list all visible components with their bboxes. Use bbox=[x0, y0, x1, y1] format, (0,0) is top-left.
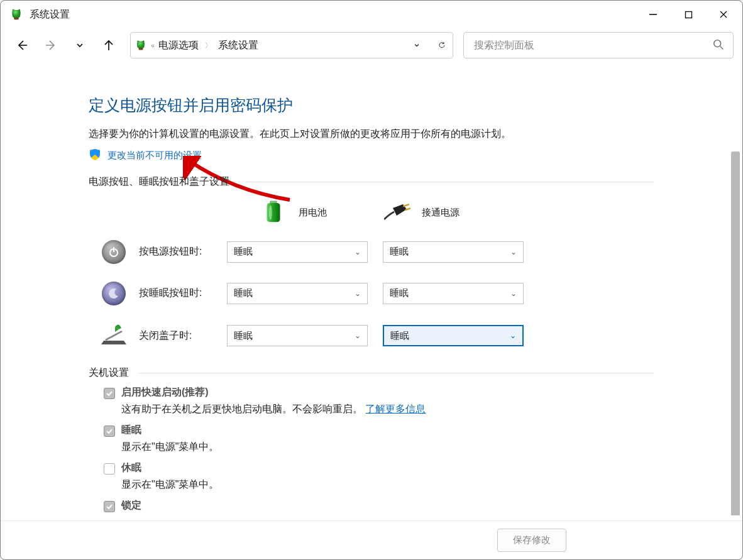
row-close-lid: 关闭盖子时: 睡眠 ⌄ 睡眠 ⌄ bbox=[89, 323, 654, 349]
select-sleep-battery[interactable]: 睡眠 ⌄ bbox=[227, 283, 368, 304]
search-icon[interactable] bbox=[713, 39, 724, 52]
select-value: 睡眠 bbox=[390, 287, 409, 299]
power-columns-header: 用电池 接通电源 bbox=[89, 200, 654, 226]
laptop-lid-icon bbox=[100, 323, 128, 349]
search-input[interactable] bbox=[473, 39, 713, 52]
navbar: « 电源选项 〉 系统设置 bbox=[1, 28, 742, 62]
select-power-plugged[interactable]: 睡眠 ⌄ bbox=[383, 241, 524, 263]
checkbox-hibernate[interactable] bbox=[104, 463, 115, 475]
power-icon bbox=[102, 240, 126, 264]
page-heading: 定义电源按钮并启用密码保护 bbox=[89, 95, 654, 116]
select-value: 睡眠 bbox=[234, 246, 253, 258]
svg-point-13 bbox=[269, 205, 272, 219]
row-sleep-button-label: 按睡眠按钮时: bbox=[139, 287, 227, 300]
breadcrumb-parent[interactable]: 电源选项 bbox=[158, 39, 199, 52]
address-bar-icon bbox=[135, 39, 147, 52]
chevron-down-icon: ⌄ bbox=[355, 331, 361, 340]
row-close-lid-label: 关闭盖子时: bbox=[139, 329, 227, 343]
plug-icon bbox=[384, 202, 410, 224]
hibernate-desc: 显示在"电源"菜单中。 bbox=[121, 478, 654, 491]
select-value: 睡眠 bbox=[234, 287, 253, 299]
svg-rect-11 bbox=[270, 200, 277, 203]
svg-rect-0 bbox=[14, 18, 18, 20]
select-value: 睡眠 bbox=[390, 246, 409, 258]
select-lid-battery[interactable]: 睡眠 ⌄ bbox=[227, 325, 368, 346]
admin-link-row: 更改当前不可用的设置 bbox=[89, 148, 654, 163]
section-shutdown-label: 关机设置 bbox=[89, 366, 654, 380]
svg-line-10 bbox=[720, 46, 724, 49]
moon-icon bbox=[102, 282, 126, 305]
chevron-down-icon: ⌄ bbox=[355, 248, 361, 256]
breadcrumb-ellipsis[interactable]: « bbox=[151, 41, 155, 49]
checkbox-fast-startup-row: 启用快速启动(推荐) bbox=[104, 386, 654, 399]
chevron-down-icon: ⌄ bbox=[355, 289, 361, 298]
checkbox-hibernate-row: 休眠 bbox=[104, 461, 654, 475]
chevron-down-icon: ⌄ bbox=[510, 289, 517, 298]
checkbox-lock-row: 锁定 bbox=[104, 499, 654, 512]
breadcrumb-current[interactable]: 系统设置 bbox=[218, 39, 258, 52]
maximize-button[interactable] bbox=[671, 2, 706, 27]
address-dropdown-button[interactable] bbox=[410, 38, 424, 52]
fast-startup-desc: 这有助于在关机之后更快地启动电脑。不会影响重启。 了解更多信息 bbox=[121, 403, 654, 416]
save-button[interactable]: 保存修改 bbox=[497, 529, 566, 552]
checkbox-fast-startup[interactable] bbox=[104, 388, 115, 399]
column-battery-label: 用电池 bbox=[299, 207, 327, 219]
checkbox-fast-startup-label: 启用快速启动(推荐) bbox=[121, 386, 209, 399]
titlebar: 系统设置 bbox=[1, 1, 742, 28]
checkbox-lock[interactable] bbox=[104, 501, 115, 512]
svg-rect-8 bbox=[139, 48, 143, 50]
window-title: 系统设置 bbox=[30, 8, 70, 21]
row-sleep-button: 按睡眠按钮时: 睡眠 ⌄ 睡眠 ⌄ bbox=[89, 282, 654, 305]
refresh-button[interactable] bbox=[435, 38, 449, 52]
row-power-button: 按电源按钮时: 睡眠 ⌄ 睡眠 ⌄ bbox=[89, 240, 654, 264]
column-plugged-label: 接通电源 bbox=[422, 207, 460, 219]
checkbox-sleep[interactable] bbox=[104, 425, 115, 437]
search-box[interactable] bbox=[463, 32, 734, 58]
select-sleep-plugged[interactable]: 睡眠 ⌄ bbox=[383, 283, 524, 304]
change-unavailable-settings-link[interactable]: 更改当前不可用的设置 bbox=[107, 150, 202, 162]
row-power-button-label: 按电源按钮时: bbox=[139, 245, 227, 258]
scrollbar[interactable] bbox=[731, 151, 740, 515]
nav-back-button[interactable] bbox=[9, 33, 35, 58]
nav-forward-button[interactable] bbox=[38, 33, 63, 58]
chevron-down-icon: ⌄ bbox=[510, 331, 516, 340]
nav-history-dropdown[interactable] bbox=[67, 33, 92, 58]
select-lid-plugged[interactable]: 睡眠 ⌄ bbox=[383, 325, 524, 346]
svg-rect-15 bbox=[405, 207, 410, 211]
close-button[interactable] bbox=[706, 2, 741, 27]
select-value: 睡眠 bbox=[390, 330, 409, 342]
app-icon bbox=[9, 8, 23, 21]
minimize-button[interactable] bbox=[636, 2, 671, 27]
titlebar-left: 系统设置 bbox=[9, 8, 70, 21]
breadcrumb: 电源选项 〉 系统设置 bbox=[158, 39, 406, 52]
select-value: 睡眠 bbox=[234, 330, 253, 342]
checkbox-hibernate-label: 休眠 bbox=[121, 461, 141, 475]
select-power-battery[interactable]: 睡眠 ⌄ bbox=[227, 241, 368, 263]
window: 系统设置 bbox=[0, 0, 743, 560]
checkbox-sleep-label: 睡眠 bbox=[121, 424, 141, 437]
checkbox-lock-label: 锁定 bbox=[121, 499, 141, 512]
nav-up-button[interactable] bbox=[96, 33, 121, 58]
svg-point-9 bbox=[714, 40, 721, 47]
svg-rect-14 bbox=[403, 204, 409, 207]
learn-more-link[interactable]: 了解更多信息 bbox=[365, 404, 426, 414]
page-description: 选择要为你的计算机设置的电源设置。在此页上对设置所做的更改将应用于你所有的电源计… bbox=[89, 126, 654, 142]
address-bar[interactable]: « 电源选项 〉 系统设置 bbox=[130, 32, 453, 58]
svg-rect-12 bbox=[267, 203, 280, 222]
footer: 保存修改 bbox=[1, 520, 742, 559]
checkbox-sleep-row: 睡眠 bbox=[104, 424, 654, 437]
chevron-down-icon: ⌄ bbox=[510, 248, 517, 256]
svg-rect-2 bbox=[685, 11, 691, 18]
section-buttons-label: 电源按钮、睡眠按钮和盖子设置 bbox=[89, 175, 654, 189]
chevron-right-icon: 〉 bbox=[205, 41, 212, 50]
content-area: 定义电源按钮并启用密码保护 选择要为你的计算机设置的电源设置。在此页上对设置所做… bbox=[1, 63, 742, 515]
scrollbar-thumb[interactable] bbox=[731, 151, 740, 515]
window-controls bbox=[636, 2, 741, 27]
battery-icon bbox=[265, 200, 287, 226]
shield-icon bbox=[89, 148, 101, 163]
sleep-desc: 显示在"电源"菜单中。 bbox=[121, 441, 654, 454]
